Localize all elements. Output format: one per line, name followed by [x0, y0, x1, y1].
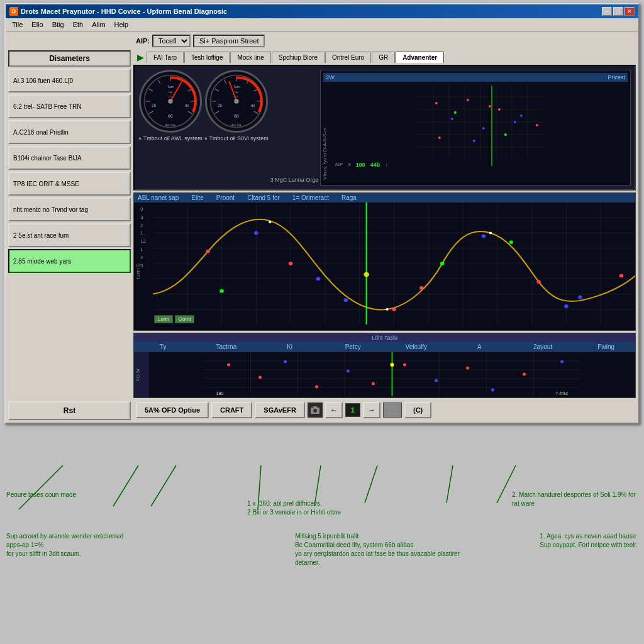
title-controls: – □ ✕ [602, 7, 635, 16]
window-body: AIP: Tocefl Si+ Paspiom Street Disameter… [6, 31, 638, 423]
gauge-right: 60 20 80 Turb Oui CLL AOL OVL [205, 70, 268, 133]
tab-gr[interactable]: GR [372, 52, 395, 63]
chart-col-4[interactable]: 1= Orimeract [292, 194, 329, 201]
svg-point-89 [440, 262, 445, 265]
menu-tile[interactable]: Tile [8, 19, 26, 30]
c-button[interactable]: (C) [404, 402, 431, 418]
svg-point-62 [536, 124, 538, 126]
annotation-2: 1 x :360: abl prel diffricevs. 2 Blii or… [247, 491, 341, 517]
svg-text:180: 180 [216, 391, 224, 396]
chart-col-0[interactable]: ABL nanet sap [138, 194, 179, 201]
col-petcy[interactable]: Petcy [328, 343, 379, 350]
nav-right-button[interactable]: → [363, 402, 380, 418]
main-window: D Drots Macet Praynutor - HHD Covice - U… [4, 3, 640, 424]
svg-point-120 [372, 382, 375, 386]
menu-help[interactable]: Help [111, 19, 133, 30]
svg-point-116 [258, 376, 262, 379]
svg-point-118 [315, 386, 318, 389]
bottom-table-header: Ty Tactrna Ki Petcy Velculfy A 2ayout Fw… [134, 342, 635, 352]
sidebar-btn-7[interactable]: 2.85 miode web yars [8, 249, 131, 273]
minimize-button[interactable]: – [602, 7, 612, 16]
svg-point-56 [438, 136, 441, 139]
svg-point-99 [269, 221, 271, 223]
svg-point-58 [473, 140, 475, 142]
menu-bar: Tile Ello Btig Eth Alim Help [6, 18, 638, 31]
svg-point-126 [560, 360, 564, 364]
chart-col-5[interactable]: Raga [341, 194, 357, 201]
col-2layout[interactable]: 2ayout [518, 343, 569, 350]
close-button[interactable]: ✕ [625, 7, 635, 16]
right-data-grid: 2W Pricest Vlnus, fyurd D-A-0-S-m [320, 70, 631, 186]
aip-bar: AIP: Tocefl Si+ Paspiom Street [133, 33, 636, 48]
aip-select[interactable]: Tocefl [152, 35, 191, 47]
svg-text:20: 20 [218, 104, 221, 108]
rst-button[interactable]: Rst [8, 401, 131, 420]
svg-point-85 [254, 231, 258, 235]
sidebar-btn-4[interactable]: TP8 IEC ORIT & MSSE [8, 172, 131, 196]
chart-col-1[interactable]: Elite [191, 194, 203, 201]
sidebar-btn-5[interactable]: nht.mentc no Trvnd vor tag [8, 197, 131, 221]
chart-canvas: Iuimi S 9 3 2 1 12 1 4 5 [134, 203, 635, 325]
chart-header: ABL nanet sap Elite Proont Cltand 5 for … [134, 193, 635, 203]
svg-point-90 [482, 234, 486, 238]
svg-point-93 [619, 274, 624, 277]
svg-point-57 [454, 111, 457, 114]
col-tactrna[interactable]: Tactrna [201, 343, 252, 350]
col-a[interactable]: A [454, 343, 505, 350]
grid-value2: 44b [370, 162, 380, 168]
col-ty[interactable]: Ty [138, 343, 189, 350]
nav-counter: 1 [345, 403, 360, 417]
tab-spchiup[interactable]: Spchiup Biore [272, 52, 325, 63]
tab-play-button[interactable] [135, 52, 146, 63]
svg-point-54 [498, 108, 501, 111]
sidebar-btn-2[interactable]: A.C218 onal Pristlin [8, 120, 131, 144]
menu-eth[interactable]: Eth [69, 19, 87, 30]
sgavepr-button[interactable]: SGAvEFR [255, 402, 305, 418]
chart-area: ABL nanet sap Elite Proont Cltand 5 for … [133, 192, 636, 331]
sidebar: Disameters Ai.3 106 fuen 460.L[0 6.2 tre… [8, 50, 131, 420]
col-fwing[interactable]: Fwing [580, 343, 631, 350]
maximize-button[interactable]: □ [613, 7, 623, 16]
green-indicator-line [491, 86, 492, 166]
svg-text:CLL: CLL [234, 96, 238, 98]
svg-line-134 [19, 465, 63, 509]
svg-point-102 [364, 272, 369, 277]
title-bar: D Drots Macet Praynutor - HHD Covice - U… [6, 4, 638, 18]
svg-line-136 [151, 465, 176, 506]
svg-point-86 [289, 262, 293, 265]
camera-icon[interactable] [308, 402, 323, 418]
gauge-left: 60 20 80 Turb Oui CLL AOL OVL [139, 70, 202, 133]
annotation-3: Sup acroed by aranole wender extcherred … [6, 523, 132, 567]
tab-mock[interactable]: Mock line [230, 52, 270, 63]
svg-point-61 [520, 114, 523, 117]
col-ki[interactable]: Ki [264, 343, 315, 350]
chart-col-3[interactable]: Cltand 5 for [247, 194, 280, 201]
sidebar-btn-6[interactable]: 2 5e.st ant race fum [8, 223, 131, 247]
menu-btig[interactable]: Btig [48, 19, 68, 30]
menu-alim[interactable]: Alim [88, 19, 109, 30]
chart-btn-1[interactable]: Lonn [154, 315, 173, 323]
col-velculfy[interactable]: Velculfy [391, 343, 442, 350]
chart-col-2[interactable]: Proont [216, 194, 235, 201]
sidebar-btn-1[interactable]: 6.2 trel- SATB Free TRN [8, 94, 131, 118]
ofd-button[interactable]: 5A% OFD Optiue [136, 402, 209, 418]
svg-point-87 [344, 298, 348, 302]
tab-tesh[interactable]: Tesh loffige [184, 52, 230, 63]
tab-advanenter[interactable]: Advanenter [396, 52, 444, 63]
svg-point-98 [564, 304, 569, 308]
craft-button[interactable]: CRAFT [211, 402, 252, 418]
svg-point-123 [466, 367, 469, 370]
svg-text:Turb: Turb [233, 86, 240, 89]
chart-btn-2[interactable]: Gomt [175, 315, 195, 323]
tab-fai[interactable]: FAI Tarp [147, 52, 184, 63]
menu-ello[interactable]: Ello [28, 19, 47, 30]
svg-point-60 [504, 133, 507, 136]
svg-line-139 [365, 465, 377, 503]
tab-ontrel[interactable]: Ontrel Euro [325, 52, 371, 63]
svg-point-101 [489, 232, 492, 235]
gauge-right-label: ● Tmbout oil S0Vi system [204, 135, 269, 142]
sidebar-btn-3[interactable]: B104i chainor Tase BIJA [8, 146, 131, 170]
sidebar-btn-0[interactable]: Ai.3 106 fuen 460.L[0 [8, 69, 131, 92]
nav-left-button[interactable]: ← [325, 402, 343, 418]
svg-point-96 [419, 286, 424, 290]
